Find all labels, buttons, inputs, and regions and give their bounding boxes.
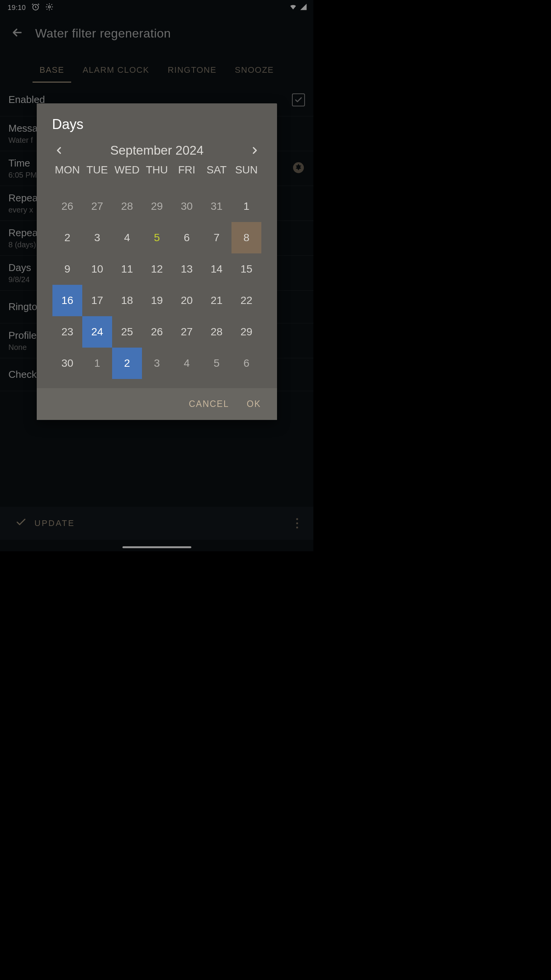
day-cell[interactable]: 17 — [82, 285, 112, 316]
day-cell[interactable]: 14 — [202, 253, 231, 285]
day-cell[interactable]: 1 — [82, 348, 112, 379]
dow-header: MON — [52, 159, 82, 178]
day-cell[interactable]: 26 — [142, 316, 172, 348]
dow-header: THU — [142, 159, 172, 178]
day-cell[interactable]: 4 — [172, 348, 202, 379]
day-cell[interactable]: 5 — [142, 222, 172, 253]
day-cell[interactable]: 3 — [142, 348, 172, 379]
day-cell[interactable]: 31 — [202, 191, 231, 222]
day-cell[interactable]: 3 — [82, 222, 112, 253]
day-cell[interactable]: 22 — [231, 285, 261, 316]
cancel-button[interactable]: CANCEL — [189, 399, 229, 409]
day-cell[interactable]: 4 — [112, 222, 142, 253]
month-label: September 2024 — [110, 143, 204, 158]
dow-header: TUE — [82, 159, 112, 178]
day-cell[interactable]: 27 — [172, 316, 202, 348]
dow-header: WED — [112, 159, 142, 178]
day-cell[interactable]: 1 — [231, 191, 261, 222]
day-cell[interactable]: 29 — [231, 316, 261, 348]
day-cell[interactable]: 12 — [142, 253, 172, 285]
day-cell[interactable]: 2 — [112, 348, 142, 379]
day-cell[interactable]: 21 — [202, 285, 231, 316]
day-cell[interactable]: 9 — [52, 253, 82, 285]
day-cell[interactable]: 11 — [112, 253, 142, 285]
days-dialog: Days September 2024 MONTUEWEDTHUFRISATSU… — [37, 103, 277, 420]
dialog-title: Days — [37, 103, 277, 142]
day-cell[interactable]: 30 — [172, 191, 202, 222]
day-cell[interactable]: 25 — [112, 316, 142, 348]
day-cell[interactable]: 2 — [52, 222, 82, 253]
prev-month-button[interactable] — [52, 143, 67, 158]
day-cell[interactable]: 19 — [142, 285, 172, 316]
calendar-grid: MONTUEWEDTHUFRISATSUN2627282930311234567… — [37, 159, 277, 388]
day-cell[interactable]: 20 — [172, 285, 202, 316]
day-cell[interactable]: 18 — [112, 285, 142, 316]
day-cell[interactable]: 13 — [172, 253, 202, 285]
day-cell[interactable]: 8 — [231, 222, 261, 253]
next-month-button[interactable] — [247, 143, 262, 158]
dow-header: SAT — [202, 159, 231, 178]
day-cell[interactable]: 23 — [52, 316, 82, 348]
day-cell[interactable]: 10 — [82, 253, 112, 285]
day-cell[interactable]: 16 — [52, 285, 82, 316]
day-cell[interactable]: 29 — [142, 191, 172, 222]
day-cell[interactable]: 6 — [231, 348, 261, 379]
day-cell[interactable]: 28 — [112, 191, 142, 222]
day-cell[interactable]: 26 — [52, 191, 82, 222]
day-cell[interactable]: 6 — [172, 222, 202, 253]
day-cell[interactable]: 24 — [82, 316, 112, 348]
day-cell[interactable]: 7 — [202, 222, 231, 253]
day-cell[interactable]: 30 — [52, 348, 82, 379]
dow-header: FRI — [172, 159, 202, 178]
day-cell[interactable]: 5 — [202, 348, 231, 379]
ok-button[interactable]: OK — [247, 399, 261, 409]
day-cell[interactable]: 15 — [231, 253, 261, 285]
dow-header: SUN — [231, 159, 261, 178]
day-cell[interactable]: 28 — [202, 316, 231, 348]
day-cell[interactable]: 27 — [82, 191, 112, 222]
